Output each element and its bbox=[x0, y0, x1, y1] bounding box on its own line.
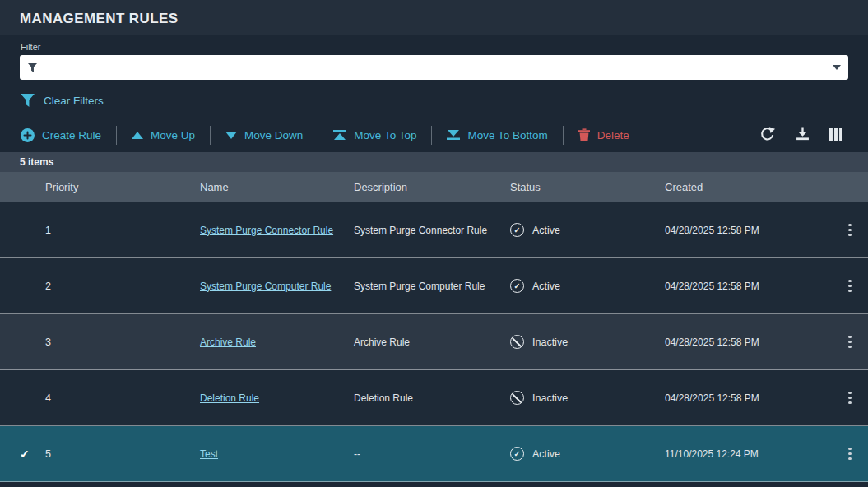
toolbar-right-icons bbox=[754, 123, 848, 148]
row-menu-cell bbox=[842, 275, 858, 298]
row-menu-kebab-icon[interactable] bbox=[842, 443, 858, 466]
name-cell: Deletion Rule bbox=[200, 392, 354, 404]
arrow-to-top-icon bbox=[333, 130, 346, 140]
refresh-button[interactable] bbox=[754, 123, 782, 148]
row-menu-cell bbox=[842, 387, 858, 410]
status-cell: Inactive bbox=[510, 335, 665, 349]
filter-label: Filter bbox=[21, 42, 848, 52]
description-cell: Deletion Rule bbox=[354, 392, 510, 404]
download-icon bbox=[796, 127, 810, 143]
move-to-bottom-label: Move To Bottom bbox=[467, 129, 547, 141]
name-cell: Test bbox=[200, 448, 354, 460]
active-status-icon bbox=[510, 279, 524, 293]
column-header-description[interactable]: Description bbox=[354, 181, 510, 193]
status-cell: Active bbox=[510, 279, 665, 293]
clear-filters-label: Clear Filters bbox=[44, 95, 104, 107]
rule-name-link[interactable]: Archive Rule bbox=[200, 336, 256, 348]
row-menu-kebab-icon[interactable] bbox=[842, 219, 858, 242]
status-label: Inactive bbox=[532, 392, 568, 404]
arrow-to-bottom-icon bbox=[447, 130, 460, 140]
create-rule-label: Create Rule bbox=[42, 129, 101, 141]
move-up-label: Move Up bbox=[151, 129, 195, 141]
table-row[interactable]: ✓ 5 Test -- Active 11/10/2025 12:24 PM bbox=[0, 426, 868, 482]
column-chooser-button[interactable] bbox=[824, 123, 848, 147]
rule-name-link[interactable]: System Purge Connector Rule bbox=[200, 225, 333, 236]
filter-controls: Filter Clear Filters Create Rule bbox=[0, 35, 868, 152]
delete-label: Delete bbox=[597, 129, 629, 141]
row-menu-kebab-icon[interactable] bbox=[842, 275, 858, 298]
table-body: ✓ 1 System Purge Connector Rule System P… bbox=[0, 202, 868, 487]
row-menu-kebab-icon[interactable] bbox=[842, 387, 858, 410]
move-to-bottom-button[interactable]: Move To Bottom bbox=[432, 123, 562, 147]
created-cell: 04/28/2025 12:58 PM bbox=[665, 392, 835, 404]
column-header-priority[interactable]: Priority bbox=[45, 181, 200, 193]
name-cell: Archive Rule bbox=[200, 336, 354, 348]
rule-name-link[interactable]: System Purge Computer Rule bbox=[200, 281, 331, 292]
table-row[interactable]: ✓ 2 System Purge Computer Rule System Pu… bbox=[0, 258, 868, 314]
arrow-up-icon bbox=[132, 132, 143, 139]
row-menu-cell bbox=[842, 331, 858, 354]
status-label: Inactive bbox=[532, 336, 568, 348]
table-header: Priority Name Description Status Created bbox=[0, 172, 868, 202]
clear-filters-funnel-icon bbox=[21, 94, 35, 107]
row-select-cell[interactable]: ✓ bbox=[20, 280, 45, 293]
name-cell: System Purge Computer Rule bbox=[200, 281, 354, 292]
status-label: Active bbox=[532, 225, 560, 236]
description-cell: Archive Rule bbox=[354, 336, 510, 348]
active-status-icon bbox=[510, 223, 524, 237]
table-row[interactable]: ✓ 1 System Purge Connector Rule System P… bbox=[0, 202, 868, 258]
arrow-down-icon bbox=[225, 132, 237, 139]
priority-cell: 1 bbox=[45, 225, 200, 236]
filter-dropdown-caret-icon[interactable] bbox=[833, 65, 841, 70]
status-cell: Inactive bbox=[510, 391, 665, 405]
row-select-cell[interactable]: ✓ bbox=[20, 336, 45, 349]
description-cell: System Purge Computer Rule bbox=[354, 281, 510, 292]
name-cell: System Purge Connector Rule bbox=[200, 225, 354, 236]
row-selected-check-icon: ✓ bbox=[20, 448, 30, 461]
rule-name-link[interactable]: Deletion Rule bbox=[200, 392, 259, 404]
move-down-button[interactable]: Move Down bbox=[211, 123, 318, 147]
create-rule-button[interactable]: Create Rule bbox=[20, 123, 116, 147]
priority-cell: 4 bbox=[45, 392, 200, 404]
created-cell: 11/10/2025 12:24 PM bbox=[665, 448, 835, 460]
filter-funnel-icon bbox=[27, 63, 38, 72]
table-row[interactable]: ✓ 4 Deletion Rule Deletion Rule Inactive… bbox=[0, 370, 868, 426]
created-cell: 04/28/2025 12:58 PM bbox=[665, 281, 835, 292]
priority-cell: 2 bbox=[45, 281, 200, 292]
filter-combobox[interactable] bbox=[20, 55, 848, 80]
row-select-cell[interactable]: ✓ bbox=[20, 224, 45, 237]
move-up-button[interactable]: Move Up bbox=[117, 123, 210, 147]
column-header-created[interactable]: Created bbox=[665, 181, 835, 193]
created-cell: 04/28/2025 12:58 PM bbox=[665, 336, 835, 348]
items-count-bar: 5 items bbox=[0, 152, 868, 172]
refresh-icon bbox=[759, 127, 776, 144]
status-label: Active bbox=[532, 281, 560, 292]
active-status-icon bbox=[510, 447, 524, 461]
row-select-cell[interactable]: ✓ bbox=[20, 392, 45, 405]
clear-filters-button[interactable]: Clear Filters bbox=[20, 94, 104, 107]
move-to-top-button[interactable]: Move To Top bbox=[318, 123, 431, 147]
row-menu-cell bbox=[842, 443, 858, 466]
priority-cell: 3 bbox=[45, 336, 200, 348]
filter-input[interactable] bbox=[44, 55, 827, 80]
description-cell: -- bbox=[354, 448, 510, 460]
column-chooser-icon bbox=[829, 128, 842, 143]
export-button[interactable] bbox=[790, 123, 815, 147]
column-header-status[interactable]: Status bbox=[510, 181, 665, 193]
table-row[interactable]: ✓ 3 Archive Rule Archive Rule Inactive 0… bbox=[0, 314, 868, 370]
delete-button[interactable]: Delete bbox=[564, 123, 644, 147]
created-cell: 04/28/2025 12:58 PM bbox=[665, 225, 835, 236]
move-to-top-label: Move To Top bbox=[354, 129, 416, 141]
page-title-band: MANAGEMENT RULES bbox=[0, 0, 868, 35]
inactive-status-icon bbox=[510, 391, 524, 405]
row-select-cell[interactable]: ✓ bbox=[20, 448, 45, 461]
priority-cell: 5 bbox=[45, 448, 200, 460]
column-header-name[interactable]: Name bbox=[200, 181, 354, 193]
trash-icon bbox=[578, 128, 590, 141]
row-menu-kebab-icon[interactable] bbox=[842, 331, 858, 354]
description-cell: System Purge Connector Rule bbox=[354, 225, 510, 236]
rule-name-link[interactable]: Test bbox=[200, 448, 218, 460]
status-label: Active bbox=[532, 448, 560, 460]
row-menu-cell bbox=[842, 219, 858, 242]
status-cell: Active bbox=[510, 223, 665, 237]
